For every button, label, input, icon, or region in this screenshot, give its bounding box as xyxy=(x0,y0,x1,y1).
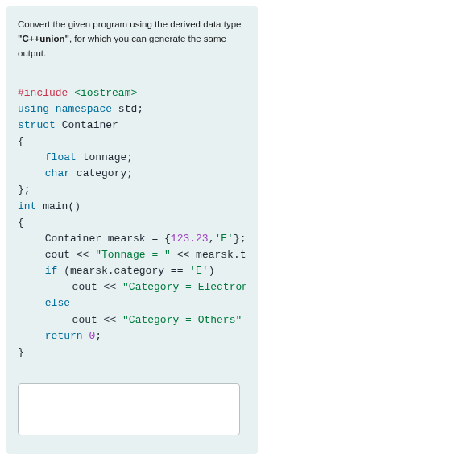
code-token: cout xyxy=(72,314,97,326)
code-token: = xyxy=(146,233,164,245)
code-token: namespace xyxy=(56,103,112,115)
code-token: #include xyxy=(18,87,68,99)
code-token: ; xyxy=(137,103,143,115)
prompt-line-1: Convert the given program using the deri… xyxy=(18,19,241,29)
page: Convert the given program using the deri… xyxy=(0,0,476,462)
code-token: "Category = Electron xyxy=(122,281,246,293)
code-token: category xyxy=(77,167,126,179)
code-token: ; xyxy=(95,330,101,342)
code-block: #include <iostream> using namespace std;… xyxy=(18,68,246,361)
code-token: == xyxy=(171,265,184,277)
code-token: tonnage xyxy=(83,151,127,163)
code-token: << xyxy=(171,249,196,261)
code-token: float xyxy=(45,151,77,163)
code-token: "Category = Others" xyxy=(122,314,242,326)
code-token: char xyxy=(45,167,70,179)
code-token: <iostream> xyxy=(74,87,137,99)
code-token: 'E' xyxy=(214,233,233,245)
code-token: } xyxy=(18,346,24,358)
code-token: 'E' xyxy=(189,265,208,277)
code-token: { xyxy=(18,135,24,147)
prompt-line-2a: , for which you can generate the same xyxy=(69,34,226,43)
prompt-line-3: output. xyxy=(18,48,46,58)
answer-input[interactable] xyxy=(18,383,240,435)
code-token: { xyxy=(18,217,24,229)
code-token: ) xyxy=(209,265,215,277)
code-token: mearsk.t xyxy=(196,249,246,261)
code-token: 123.23 xyxy=(171,233,209,245)
question-prompt: Convert the given program using the deri… xyxy=(18,18,246,60)
code-token: using xyxy=(18,103,49,115)
code-token: { xyxy=(164,233,171,245)
code-token: cout xyxy=(45,249,70,261)
code-token: << xyxy=(97,314,122,326)
code-token: Container mearsk xyxy=(45,233,146,245)
code-token: (mearsk.category xyxy=(57,265,170,277)
code-token: ; xyxy=(126,151,133,163)
question-card: Convert the given program using the deri… xyxy=(6,6,258,454)
code-token: "Tonnage = " xyxy=(95,249,171,261)
code-token: struct xyxy=(18,119,56,131)
code-token: << xyxy=(97,281,122,293)
prompt-keyword: "C++union" xyxy=(18,34,69,43)
code-token: if xyxy=(45,265,58,277)
code-token: else xyxy=(45,297,70,309)
code-token: () xyxy=(68,200,81,212)
code-token: int xyxy=(18,200,36,212)
code-token: Container xyxy=(62,119,118,131)
code-token: }; xyxy=(234,233,246,245)
code-token: std xyxy=(118,103,137,115)
code-token: return xyxy=(45,330,83,342)
code-token: << xyxy=(70,249,95,261)
code-token: }; xyxy=(18,184,31,196)
code-token: cout xyxy=(72,281,97,293)
code-token: ; xyxy=(126,167,133,179)
code-token: main xyxy=(43,200,68,212)
